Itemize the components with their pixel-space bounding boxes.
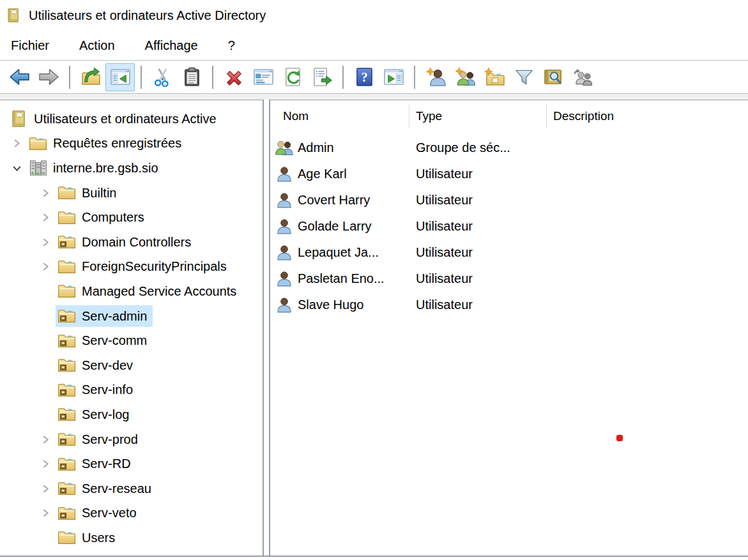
expander-collapsed-icon[interactable] <box>38 457 53 472</box>
column-header-description[interactable]: Description <box>547 105 748 128</box>
menu-action[interactable]: Action <box>79 38 115 53</box>
expander-collapsed-icon[interactable] <box>38 185 53 201</box>
menu-bar: Fichier Action Affichage ? <box>0 31 748 61</box>
tree-item-serv-comm[interactable]: Serv-comm <box>0 328 263 353</box>
column-header-nom[interactable]: Nom <box>270 105 409 128</box>
help-icon <box>353 67 376 87</box>
ou-folder-icon <box>57 332 77 350</box>
find-button[interactable] <box>538 63 568 91</box>
filter-button[interactable] <box>509 63 538 91</box>
action-pane-icon <box>383 67 405 87</box>
tree-item-serv-veto[interactable]: Serv-veto <box>0 501 263 526</box>
folder-icon <box>57 529 77 547</box>
action-pane-button[interactable] <box>379 63 408 91</box>
tree-item-users[interactable]: Users <box>0 526 263 550</box>
export-list-button[interactable] <box>307 63 337 91</box>
expander-collapsed-icon[interactable] <box>38 234 53 250</box>
forward-button[interactable] <box>34 63 63 91</box>
properties-icon <box>252 67 275 87</box>
toolbar-separator <box>342 66 344 89</box>
user-icon <box>275 165 293 184</box>
paste-button[interactable] <box>177 63 206 91</box>
list-item-slave-hugo[interactable]: Slave HugoUtilisateur <box>270 292 748 318</box>
delete-button[interactable] <box>219 63 248 91</box>
user-icon <box>275 191 293 210</box>
ou-folder-icon <box>57 307 77 325</box>
toolbar-separator <box>141 66 142 89</box>
group-members-button[interactable] <box>568 63 597 91</box>
expander-expanded-icon[interactable] <box>9 160 24 176</box>
item-type: Utilisateur <box>409 219 547 234</box>
menu-help[interactable]: ? <box>228 38 235 53</box>
console-tree: Utilisateurs et ordinateurs ActiveRequêt… <box>0 100 264 556</box>
group-members-icon <box>572 67 594 87</box>
show-console-tree-button[interactable] <box>105 63 135 91</box>
expander-collapsed-icon[interactable] <box>38 481 53 496</box>
expander-collapsed-icon[interactable] <box>9 136 24 151</box>
menu-affichage[interactable]: Affichage <box>145 38 198 53</box>
list-item-lepaquet-ja[interactable]: Lepaquet Ja...Utilisateur <box>270 239 748 266</box>
list-header: Nom Type Description <box>270 100 748 132</box>
item-type: Utilisateur <box>409 298 547 312</box>
item-type: Utilisateur <box>409 167 547 181</box>
expander-spacer <box>38 284 53 299</box>
new-org-unit-button[interactable] <box>480 63 509 91</box>
new-org-unit-icon <box>484 67 506 87</box>
properties-button[interactable] <box>248 63 278 91</box>
tree-item-interne-bre-gsb-sio[interactable]: interne.bre.gsb.sio <box>0 156 263 181</box>
list-item-golade-larry[interactable]: Golade LarryUtilisateur <box>270 213 748 239</box>
tree-item-utilisateurs-et-ordinateurs-active[interactable]: Utilisateurs et ordinateurs Active <box>0 107 263 132</box>
ou-folder-icon <box>57 430 77 448</box>
tree-item-serv-admin[interactable]: Serv-admin <box>0 304 263 329</box>
toolbar-separator <box>414 66 415 89</box>
item-name: Age Karl <box>298 167 347 181</box>
tree-item-serv-rd[interactable]: Serv-RD <box>0 451 263 476</box>
window-title: Utilisateurs et ordinateurs Active Direc… <box>29 8 266 23</box>
expander-collapsed-icon[interactable] <box>38 210 53 225</box>
ou-folder-icon <box>57 504 77 522</box>
help-button[interactable] <box>349 63 379 91</box>
tree-item-requ-tes-enregistr-es[interactable]: Requêtes enregistrées <box>0 132 263 156</box>
tree-item-serv-dev[interactable]: Serv-dev <box>0 353 263 378</box>
main-area: Utilisateurs et ordinateurs ActiveRequêt… <box>0 100 748 557</box>
new-user-icon <box>425 67 447 87</box>
tree-item-computers[interactable]: Computers <box>0 205 263 230</box>
expander-collapsed-icon[interactable] <box>38 506 53 521</box>
list-item-covert-harry[interactable]: Covert HarryUtilisateur <box>270 187 748 213</box>
list-item-age-karl[interactable]: Age KarlUtilisateur <box>270 161 748 187</box>
export-list-icon <box>311 67 333 87</box>
tree-item-serv-prod[interactable]: Serv-prod <box>0 427 263 452</box>
expander-spacer <box>38 333 53 349</box>
tree-item-serv-info[interactable]: Serv-info <box>0 378 263 403</box>
tree-item-domain-controllers[interactable]: Domain Controllers <box>0 230 263 255</box>
tree-item-serv-reseau[interactable]: Serv-reseau <box>0 476 263 501</box>
tree-item-foreignsecurityprincipals[interactable]: ForeignSecurityPrincipals <box>0 255 263 280</box>
pane-splitter[interactable] <box>264 100 269 556</box>
filter-icon <box>513 67 535 87</box>
toolbar-separator <box>212 66 213 89</box>
column-header-type[interactable]: Type <box>409 105 547 128</box>
expander-collapsed-icon[interactable] <box>38 259 53 275</box>
expander-spacer <box>38 382 53 398</box>
ou-folder-icon <box>57 381 77 399</box>
refresh-button[interactable] <box>278 63 307 91</box>
forward-icon <box>38 67 60 87</box>
list-item-pasletan-eno[interactable]: Pasletan Eno...Utilisateur <box>270 266 748 292</box>
results-pane: Nom Type Description AdminGroupe de séc.… <box>269 100 748 556</box>
cut-button[interactable] <box>148 63 177 91</box>
delete-icon <box>223 67 245 87</box>
up-one-level-button[interactable] <box>76 63 105 91</box>
menu-fichier[interactable]: Fichier <box>11 38 49 53</box>
expander-collapsed-icon[interactable] <box>38 432 53 447</box>
item-type: Utilisateur <box>409 193 547 208</box>
ou-folder-icon <box>57 455 77 473</box>
tree-item-builtin[interactable]: Builtin <box>0 181 263 206</box>
folder-icon <box>57 258 77 276</box>
new-user-button[interactable] <box>421 63 450 91</box>
tree-item-serv-log[interactable]: Serv-log <box>0 402 263 427</box>
list-item-admin[interactable]: AdminGroupe de séc... <box>270 135 748 161</box>
app-directory-book-icon <box>5 6 22 25</box>
new-group-button[interactable] <box>450 63 480 91</box>
tree-item-managed-service-accounts[interactable]: Managed Service Accounts <box>0 279 263 304</box>
back-button[interactable] <box>4 63 34 91</box>
